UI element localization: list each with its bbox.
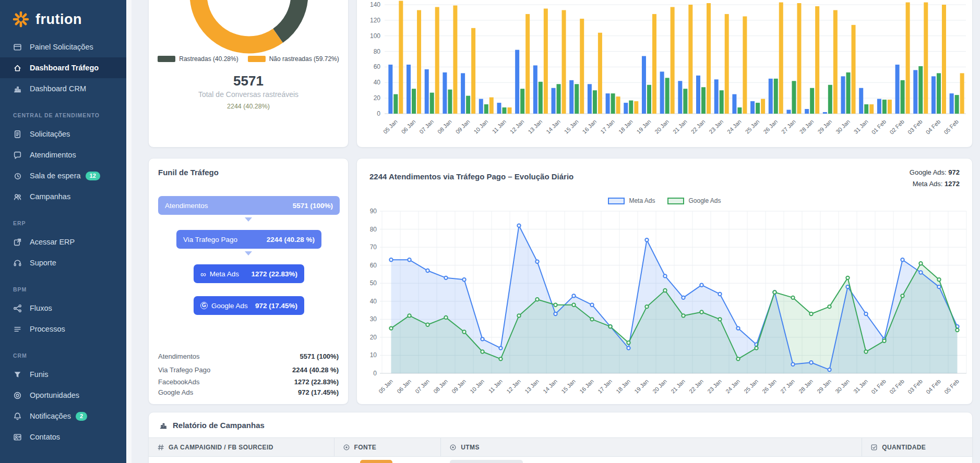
sidebar-item-label: Acessar ERP bbox=[30, 238, 75, 246]
svg-text:07 Jan: 07 Jan bbox=[414, 378, 431, 395]
sidebar-item-dashboard-crm[interactable]: Dashboard CRM bbox=[0, 78, 126, 99]
svg-text:12 Jan: 12 Jan bbox=[509, 118, 525, 135]
funnel-summary-row: FacebookAds1272 (22.83%) bbox=[158, 376, 339, 387]
line-chart-legend: Meta AdsGoogle Ads bbox=[357, 197, 972, 204]
sidebar-item-contatos[interactable]: Contatos bbox=[0, 427, 126, 447]
svg-text:0: 0 bbox=[377, 110, 380, 117]
funnel-step-google-ads[interactable]: GGoogle Ads972 (17.45%) bbox=[194, 296, 304, 315]
summary-label: Atendimentos bbox=[158, 352, 200, 360]
sidebar-item-notificacoes[interactable]: Notificações2 bbox=[0, 406, 126, 427]
donut-legend-item[interactable]: Não rastreadas (59.72%) bbox=[248, 55, 339, 63]
sidebar: frution Painel SolicitaçõesDashboard Trá… bbox=[0, 0, 126, 463]
sidebar-item-sala-de-espera[interactable]: Sala de espera12 bbox=[0, 165, 126, 186]
funnel-step-via-trafego-pago[interactable]: Via Trafego Pago2244 (40.28 %) bbox=[176, 230, 321, 249]
contact-icon bbox=[13, 433, 23, 442]
svg-text:17 Jan: 17 Jan bbox=[599, 118, 616, 135]
sidebar-item-label: Dashboard Tráfego bbox=[30, 64, 99, 72]
funnel-step-label: Meta Ads bbox=[210, 270, 239, 278]
svg-text:04 Feb: 04 Feb bbox=[925, 118, 942, 136]
svg-text:02 Feb: 02 Feb bbox=[888, 118, 905, 136]
svg-text:20 Jan: 20 Jan bbox=[651, 378, 668, 395]
hash-icon bbox=[157, 444, 164, 451]
sidebar-item-processos[interactable]: Processos bbox=[0, 319, 126, 339]
bell-icon bbox=[13, 412, 23, 421]
svg-text:05 Jan: 05 Jan bbox=[382, 118, 399, 135]
svg-text:11 Jan: 11 Jan bbox=[487, 378, 504, 394]
svg-text:18 Jan: 18 Jan bbox=[617, 118, 634, 135]
sidebar-item-acessar-erp[interactable]: Acessar ERP bbox=[0, 231, 126, 252]
summary-label: Via Trafego Pago bbox=[158, 366, 210, 374]
frution-logo-icon bbox=[11, 10, 30, 29]
sidebar-item-label: Fluxos bbox=[30, 304, 52, 312]
funnel-step-value: 2244 (40.28 %) bbox=[267, 236, 315, 243]
users-icon bbox=[13, 192, 23, 201]
main-content: Rastreadas (40.28%)Não rastreadas (59.72… bbox=[132, 0, 980, 463]
funnel-step-meta-ads[interactable]: ∞Meta Ads1272 (22.83%) bbox=[194, 264, 304, 283]
sidebar-item-oportunidades[interactable]: Oportunidades bbox=[0, 385, 126, 406]
funnel-arrow-down-icon bbox=[245, 217, 252, 222]
line-chart-title: 2244 Atendimentos via Tráfego Pago – Evo… bbox=[369, 172, 573, 181]
svg-text:11 Jan: 11 Jan bbox=[491, 118, 507, 135]
svg-text:08 Jan: 08 Jan bbox=[432, 378, 449, 395]
summary-label: FacebookAds bbox=[158, 378, 200, 386]
funnel-title: Funil de Tráfego bbox=[158, 168, 219, 177]
line-legend-item[interactable]: Google Ads bbox=[667, 197, 721, 204]
sidebar-item-label: Painel Solicitações bbox=[30, 43, 93, 51]
svg-text:18 Jan: 18 Jan bbox=[615, 378, 631, 395]
sidebar-item-label: Processos bbox=[30, 325, 65, 333]
svg-text:10: 10 bbox=[370, 351, 377, 359]
sidebar-item-funis[interactable]: Funis bbox=[0, 364, 126, 385]
svg-text:26 Jan: 26 Jan bbox=[762, 118, 779, 135]
column-label: FONTE bbox=[354, 444, 377, 451]
list-icon bbox=[13, 325, 23, 334]
svg-text:15 Jan: 15 Jan bbox=[563, 118, 580, 135]
svg-text:31 Jan: 31 Jan bbox=[852, 378, 869, 395]
donut-total: 5571 bbox=[149, 73, 348, 89]
sidebar-item-solicitacoes[interactable]: Solicitações bbox=[0, 124, 126, 144]
donut-legend: Rastreadas (40.28%)Não rastreadas (59.72… bbox=[149, 55, 348, 63]
funnel-step-atendimentos[interactable]: Atendimentos5571 (100%) bbox=[158, 196, 340, 215]
sidebar-item-painel-solicitacoes[interactable]: Painel Solicitações bbox=[0, 36, 126, 57]
column-label: UTMS bbox=[461, 444, 480, 451]
legend-swatch bbox=[667, 198, 684, 204]
bar-chart-icon bbox=[159, 421, 168, 430]
sidebar-item-campanhas[interactable]: Campanhas bbox=[0, 186, 126, 207]
donut-card: Rastreadas (40.28%)Não rastreadas (59.72… bbox=[148, 0, 349, 148]
sidebar-item-dashboard-trafego[interactable]: Dashboard Tráfego bbox=[0, 57, 126, 78]
summary-value: 2244 (40.28 %) bbox=[292, 366, 339, 374]
svg-text:19 Jan: 19 Jan bbox=[636, 118, 652, 135]
series-total: Meta Ads: 1272 bbox=[910, 178, 960, 190]
svg-text:21 Jan: 21 Jan bbox=[670, 378, 686, 395]
svg-text:07 Jan: 07 Jan bbox=[418, 118, 435, 135]
sidebar-nav: Painel SolicitaçõesDashboard TráfegoDash… bbox=[0, 36, 126, 447]
svg-text:22 Jan: 22 Jan bbox=[690, 118, 707, 135]
donut-legend-item[interactable]: Rastreadas (40.28%) bbox=[158, 55, 238, 63]
sidebar-item-atendimentos[interactable]: Atendimentos bbox=[0, 144, 126, 165]
svg-text:31 Jan: 31 Jan bbox=[853, 118, 869, 135]
table-column-ga-campaignid-fb-sourceid: GA CAMPAIGNID / FB SOURCEID bbox=[149, 438, 334, 456]
doc-icon bbox=[13, 130, 23, 139]
funnel-step-label: Via Trafego Pago bbox=[183, 236, 237, 243]
svg-text:26 Jan: 26 Jan bbox=[761, 378, 778, 395]
sidebar-scrollbar[interactable] bbox=[126, 0, 132, 463]
svg-text:08 Jan: 08 Jan bbox=[436, 118, 453, 135]
funnel-icon bbox=[13, 370, 23, 379]
table-header-row: GA CAMPAIGNID / FB SOURCEIDFONTEUTMSQUAN… bbox=[149, 437, 972, 457]
sidebar-item-fluxos[interactable]: Fluxos bbox=[0, 298, 126, 319]
svg-text:05 Feb: 05 Feb bbox=[942, 118, 960, 136]
svg-text:13 Jan: 13 Jan bbox=[523, 378, 540, 395]
sidebar-item-label: Notificações bbox=[30, 412, 71, 420]
table-cell-pill-fonte bbox=[360, 460, 392, 463]
count-badge: 12 bbox=[86, 172, 100, 180]
logo-text: frution bbox=[35, 11, 82, 28]
funnel-summary-row: Atendimentos5571 (100%) bbox=[158, 349, 339, 363]
line-legend-item[interactable]: Meta Ads bbox=[608, 197, 655, 204]
svg-text:01 Feb: 01 Feb bbox=[870, 118, 888, 136]
sidebar-section-bpm: BPM bbox=[0, 282, 126, 298]
svg-text:100: 100 bbox=[370, 32, 380, 40]
series-total: Google Ads: 972 bbox=[910, 167, 960, 178]
sidebar-item-suporte[interactable]: Suporte bbox=[0, 252, 126, 273]
svg-text:29 Jan: 29 Jan bbox=[816, 378, 832, 395]
svg-text:40: 40 bbox=[370, 298, 377, 305]
column-label: GA CAMPAIGNID / FB SOURCEID bbox=[169, 444, 273, 451]
